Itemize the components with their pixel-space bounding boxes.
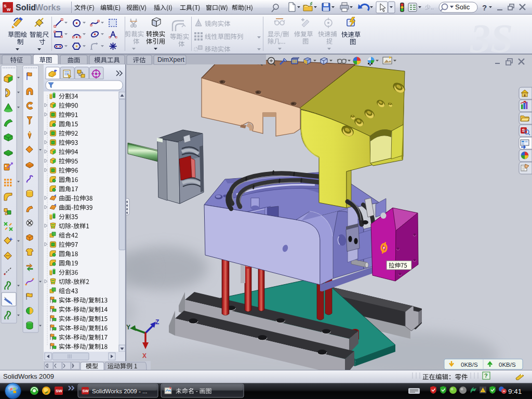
- svg-text:9:41: 9:41: [508, 388, 522, 395]
- svg-text:Y: Y: [126, 324, 130, 331]
- svg-text:Works: Works: [35, 3, 61, 12]
- svg-text:Z: Z: [155, 318, 159, 326]
- svg-text:DimXpert: DimXpert: [157, 56, 185, 63]
- svg-text:0KB/S: 0KB/S: [461, 362, 478, 368]
- svg-text:Solic: Solic: [455, 3, 470, 11]
- svg-text:0KB/S: 0KB/S: [499, 362, 516, 368]
- svg-text:Solid: Solid: [16, 3, 36, 12]
- svg-text:SW: SW: [56, 389, 62, 393]
- svg-text:SolidWorks 2009 - ...: SolidWorks 2009 - ...: [92, 388, 148, 394]
- svg-text:W: W: [7, 7, 11, 12]
- svg-text:?: ?: [482, 3, 487, 12]
- svg-text:X: X: [142, 352, 147, 360]
- svg-text:?: ?: [484, 373, 488, 379]
- svg-text:SolidWorks 2009: SolidWorks 2009: [3, 373, 54, 380]
- svg-text:SW: SW: [83, 389, 89, 393]
